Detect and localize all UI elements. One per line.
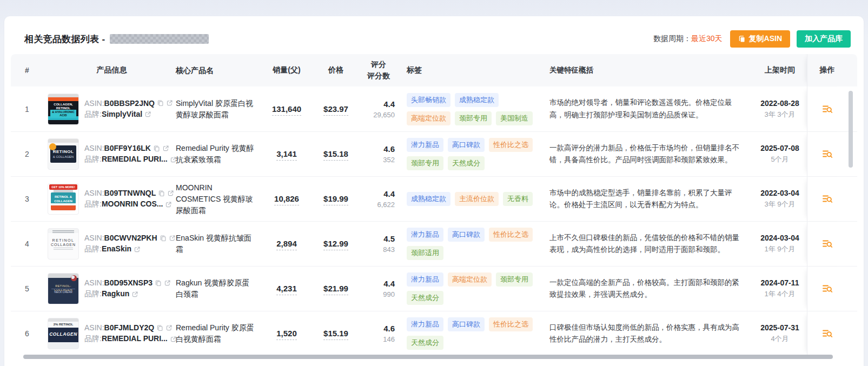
listed-date: 2025-07-08 — [753, 144, 807, 152]
price-cell: $12.99 — [314, 239, 358, 249]
tag-pill: 潜力新品 — [407, 138, 443, 152]
copy-icon[interactable] — [157, 99, 164, 107]
rating-value: 4.4 — [358, 279, 395, 288]
tag-pill: 成熟稳定款 — [455, 93, 499, 107]
copy-icon[interactable] — [155, 280, 162, 287]
core-product-name: SimplyVital 胶原蛋白视黄醇玻尿酸面霜 — [176, 98, 260, 121]
price-cell: $15.18 — [314, 149, 358, 159]
vertical-scrollbar[interactable] — [849, 91, 853, 168]
price-value[interactable]: $15.19 — [323, 329, 348, 340]
external-link-icon[interactable] — [165, 324, 173, 331]
external-link-icon[interactable] — [144, 111, 151, 118]
listed-date: 2024-07-11 — [753, 278, 807, 287]
thumbnail-text-1: 2% RETINOL — [48, 323, 78, 327]
asin-value: B0D95XNSP3 — [104, 278, 153, 287]
data-period: 数据周期：最近30天 — [653, 34, 723, 44]
tag-pill: 性价比之选 — [489, 228, 533, 242]
external-link-icon[interactable] — [167, 190, 174, 197]
price-value[interactable]: $15.18 — [323, 149, 348, 161]
tag-pill: 无香料 — [503, 192, 533, 206]
rating-value: 4.6 — [358, 144, 395, 154]
tag-pill: 主流价位款 — [455, 192, 499, 206]
row-index: 6 — [11, 329, 43, 338]
external-link-icon[interactable] — [165, 201, 172, 208]
external-link-icon[interactable] — [164, 280, 171, 287]
product-thumbnail[interactable]: RETINOL-COLLAGEN NECK CREAM — [48, 273, 79, 304]
listed-date-cell: 2024-03-04 1年 9个月 — [753, 234, 807, 254]
asin-label: ASIN: — [84, 278, 104, 287]
column-header-tags: 标签 — [399, 65, 549, 75]
brand-value: SimplyVital — [102, 110, 142, 118]
sales-value[interactable]: 2,894 — [276, 239, 297, 250]
horizontal-scrollbar[interactable] — [23, 355, 833, 359]
column-header-sales: 销量(父) — [260, 65, 314, 75]
data-period-label: 数据周期： — [653, 34, 691, 43]
copy-icon — [738, 35, 746, 43]
tag-pill: 高口碑款 — [448, 138, 485, 152]
copy-icon[interactable] — [153, 145, 160, 152]
copy-icon[interactable] — [158, 190, 165, 197]
tag-list: 潜力新品高口碑款性价比之选颈部适用 — [399, 225, 549, 262]
detail-search-icon[interactable] — [822, 149, 833, 159]
rating-count: 146 — [358, 335, 395, 343]
thumbnail-text-1: RETINOL-COLLAGEN — [48, 284, 78, 292]
sales-value[interactable]: 10,826 — [274, 194, 299, 205]
rating-cell: 4.5 843 — [358, 234, 399, 254]
thumbnail-text-1: GET 10% MORE! — [49, 184, 77, 190]
sales-value[interactable]: 1,520 — [276, 329, 297, 340]
copy-asin-button[interactable]: 复制ASIN — [730, 30, 790, 48]
tag-pill: 天然成分 — [448, 156, 485, 170]
product-thumbnail[interactable]: RETINOL & COLLAGEN — [48, 138, 79, 170]
feature-summary: 市场的绝对领导者，销量和评论数遥遥领先。价格定位最高，明确主打颈部护理和美国制造… — [549, 97, 753, 121]
price-value[interactable]: $21.99 — [323, 284, 348, 295]
tag-pill: 天然成分 — [407, 336, 443, 350]
external-link-icon[interactable] — [166, 99, 173, 107]
copy-icon[interactable] — [160, 235, 167, 242]
column-header-price: 价格 — [314, 65, 358, 75]
detail-search-icon[interactable] — [822, 104, 833, 114]
external-link-icon[interactable] — [134, 246, 141, 253]
product-info-cell: RETINOL & COLLAGEN ASIN:B0FF9Y16LK 品牌:RE… — [43, 138, 176, 170]
product-thumbnail[interactable]: COLLAGEN, RETINOL & HYALURONIC ACID — [48, 94, 79, 125]
listed-date: 2025-07-31 — [753, 323, 807, 332]
price-value[interactable]: $23.97 — [323, 104, 348, 116]
price-value[interactable]: $19.99 — [323, 194, 348, 205]
add-to-library-button[interactable]: 加入产品库 — [797, 30, 851, 48]
competitor-table: # 产品信息 核心产品名 销量(父) 价格 评分 评分数 标签 关键特征概括 上… — [11, 54, 857, 360]
product-thumbnail[interactable]: RETINOL COLLAGEN — [48, 228, 79, 259]
external-link-icon[interactable] — [162, 145, 169, 152]
listed-age: 3年 3个月 — [753, 110, 807, 119]
external-link-icon[interactable] — [131, 291, 138, 298]
external-link-icon[interactable] — [169, 235, 176, 242]
tag-pill: 颈部专用 — [496, 272, 533, 287]
brand-label: 品牌: — [84, 199, 102, 208]
detail-search-icon[interactable] — [822, 284, 833, 294]
tag-list: 潜力新品高口碑款性价比之选天然成分 — [399, 315, 549, 352]
product-ids: ASIN:B0FF9Y16LK 品牌:REMEDIAL PURI... — [84, 142, 176, 167]
detail-search-icon[interactable] — [822, 239, 833, 249]
sales-value[interactable]: 131,640 — [272, 104, 301, 116]
sales-value[interactable]: 4,231 — [276, 284, 297, 295]
tag-pill: 高口碑款 — [448, 228, 485, 242]
action-cell — [807, 132, 847, 176]
brand-label: 品牌: — [84, 289, 102, 298]
copy-icon[interactable] — [156, 324, 163, 331]
product-thumbnail[interactable]: 2% RETINOL COLLAGEN — [48, 318, 79, 349]
tag-pill: 高端定位款 — [407, 111, 450, 125]
action-cell — [807, 222, 847, 266]
detail-search-icon[interactable] — [822, 194, 833, 204]
price-value[interactable]: $12.99 — [323, 239, 348, 250]
asin-value: B0FJMLDY2Q — [104, 323, 155, 332]
redacted-title-text — [110, 34, 209, 44]
sales-value[interactable]: 3,141 — [276, 149, 297, 161]
feature-summary: 上市不久但口碑极佳的新品，凭借较低的价格和不错的销量表现，成为高性价比的选择，同… — [549, 232, 753, 256]
product-info-cell: 2% RETINOL COLLAGEN ASIN:B0FJMLDY2Q 品牌:R… — [43, 318, 176, 349]
sales-cell: 4,231 — [260, 284, 314, 294]
rating-count: 6,622 — [358, 201, 395, 209]
product-thumbnail[interactable]: GET 10% MORE! RETINOL & COLLAGEN — [48, 183, 79, 215]
tag-pill: 性价比之选 — [489, 317, 533, 331]
detail-search-icon[interactable] — [822, 329, 833, 338]
thumbnail-text-2: & COLLAGEN — [48, 155, 78, 159]
tag-list: 潜力新品高端定位款颈部专用天然成分 — [399, 270, 549, 307]
title-row: 相关竞品数据列表 - — [24, 33, 209, 45]
